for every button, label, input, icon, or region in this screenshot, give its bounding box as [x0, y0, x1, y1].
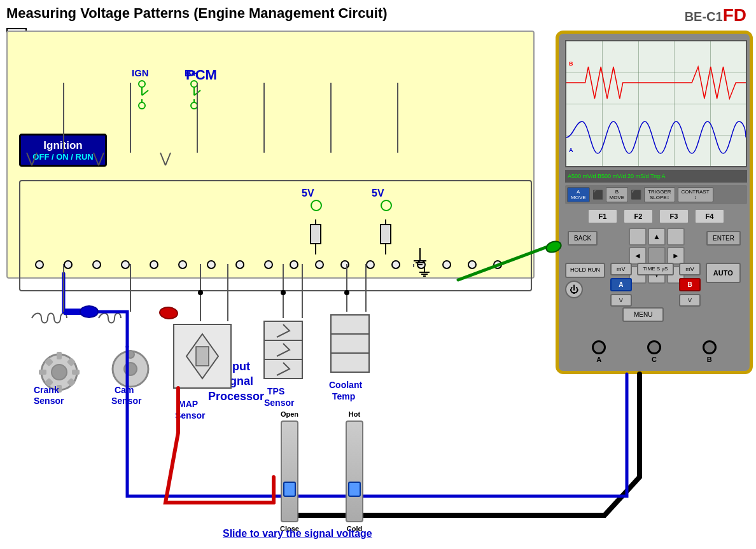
svg-rect-46 [45, 358, 53, 366]
brand-label: BE-C1FD [685, 5, 746, 25]
oscilloscope: B A A500 mV/d B500 mV/d 20 mS/d Trig:A A… [556, 31, 753, 374]
svg-rect-64 [264, 359, 302, 379]
svg-point-34 [367, 261, 374, 268]
slide-instruction: Slide to vary the signal voltage [223, 528, 372, 539]
svg-rect-45 [72, 370, 80, 375]
power-button[interactable]: ⏻ [565, 281, 583, 298]
nav-up[interactable]: ▲ [648, 228, 666, 246]
coolant-slider-track[interactable] [346, 420, 363, 522]
probe-c-label: C [652, 356, 657, 363]
f1-button[interactable]: F1 [587, 209, 618, 224]
svg-point-10 [311, 200, 321, 211]
tps-slider-track[interactable] [281, 420, 298, 522]
probe-c-jack[interactable] [647, 340, 661, 354]
v-b-button[interactable]: V [679, 294, 701, 307]
connection-row-top [20, 258, 531, 271]
auto-button[interactable]: AUTO [706, 263, 741, 283]
svg-rect-16 [381, 225, 391, 244]
nav-left[interactable]: ◄ [629, 247, 647, 265]
probe-a-label: A [596, 356, 601, 363]
scope-screen: B A [565, 40, 747, 167]
svg-rect-48 [45, 378, 53, 387]
probe-a-jack[interactable] [592, 340, 606, 354]
f4-button[interactable]: F4 [694, 209, 725, 224]
f3-button[interactable]: F3 [659, 209, 689, 224]
svg-text:Coolant: Coolant [329, 380, 362, 390]
svg-point-22 [36, 261, 43, 268]
svg-rect-42 [57, 352, 62, 359]
svg-point-41 [52, 365, 67, 380]
isp-box: Input Signal Processor 5V 5V [19, 180, 532, 291]
menu-button[interactable]: MENU [622, 307, 664, 322]
svg-text:Temp: Temp [332, 391, 355, 401]
resistor-tps [308, 219, 323, 260]
svg-point-23 [64, 261, 72, 268]
5v-label-2: 5V [372, 188, 384, 199]
svg-rect-49 [67, 378, 76, 387]
svg-point-33 [341, 261, 349, 268]
b-ch-button[interactable]: B [679, 278, 701, 291]
svg-text:MAP: MAP [178, 399, 198, 409]
mv-b-button[interactable]: mV [679, 263, 701, 275]
svg-rect-59 [196, 347, 209, 366]
svg-point-29 [236, 261, 244, 268]
ign-label: IGN [132, 67, 149, 78]
coolant-slider-thumb[interactable] [348, 482, 361, 497]
time-button[interactable]: TIME S µS [637, 263, 675, 275]
a-move-button[interactable]: AMOVE [567, 187, 590, 202]
a-ch-button[interactable]: A [610, 278, 632, 291]
back-button[interactable]: BACK [568, 231, 598, 246]
mv-a-button[interactable]: mV [610, 263, 632, 275]
svg-point-30 [265, 261, 272, 268]
isp-label: Input Signal Processor [208, 359, 264, 404]
b-move-arrows: ⬛ [631, 190, 641, 200]
svg-point-52 [113, 351, 148, 387]
scope-status-bar: A500 mV/d B500 mV/d 20 mS/d Trig:A [565, 170, 747, 183]
nav-right[interactable]: ► [667, 247, 685, 265]
svg-point-40 [41, 354, 77, 390]
svg-rect-13 [311, 225, 321, 244]
ignition-button[interactable]: Ignition OFF / ON / RUN [19, 134, 107, 167]
svg-rect-44 [39, 370, 46, 375]
hold-run-button[interactable]: HOLD RUN [565, 263, 605, 278]
svg-point-3 [139, 102, 145, 109]
svg-rect-69 [331, 353, 369, 372]
svg-point-26 [150, 261, 158, 268]
svg-point-54 [127, 351, 134, 358]
v-a-button[interactable]: V [610, 294, 632, 307]
f-buttons-row: F1 F2 F3 F4 [565, 209, 747, 224]
ign-switch [132, 78, 151, 115]
side-controls: HOLD RUN ⏻ mV A V TIME S µS mV B V AUTO [565, 263, 747, 307]
coolant-slider-container: Hot Cold [346, 410, 363, 532]
svg-point-73 [80, 306, 98, 317]
svg-rect-67 [331, 315, 369, 334]
f2-button[interactable]: F2 [623, 209, 654, 224]
page-title: Measuring Voltage Patterns (Engine Manag… [6, 5, 388, 22]
svg-text:Sensor: Sensor [111, 396, 142, 406]
a-move-arrows: ⬛ [592, 190, 603, 200]
enter-button[interactable]: ENTER [706, 231, 741, 246]
svg-point-24 [93, 261, 101, 268]
contrast-button[interactable]: CONTRAST↕ [678, 187, 713, 202]
svg-point-38 [468, 261, 476, 268]
trigger-button[interactable]: TRIGGERSLOPE↕ [644, 187, 675, 202]
tps-slider-thumb[interactable] [283, 482, 296, 497]
svg-line-2 [142, 90, 148, 95]
pcm-label: PCM [186, 67, 217, 83]
b-move-button[interactable]: BMOVE [606, 187, 629, 202]
svg-point-25 [122, 261, 129, 268]
svg-text:Cam: Cam [115, 385, 134, 395]
svg-point-39 [494, 261, 501, 268]
svg-rect-43 [57, 385, 62, 393]
probe-b-jack[interactable] [703, 340, 717, 354]
svg-point-28 [207, 261, 215, 268]
svg-point-37 [443, 261, 451, 268]
coolant-slider-top-label: Hot [349, 410, 360, 418]
probe-connectors: A C B [571, 340, 737, 363]
svg-point-74 [159, 307, 178, 319]
5v-label-1: 5V [302, 188, 314, 199]
svg-point-8 [191, 102, 197, 109]
svg-point-32 [316, 261, 323, 268]
svg-rect-63 [264, 340, 302, 359]
svg-rect-68 [331, 334, 369, 353]
